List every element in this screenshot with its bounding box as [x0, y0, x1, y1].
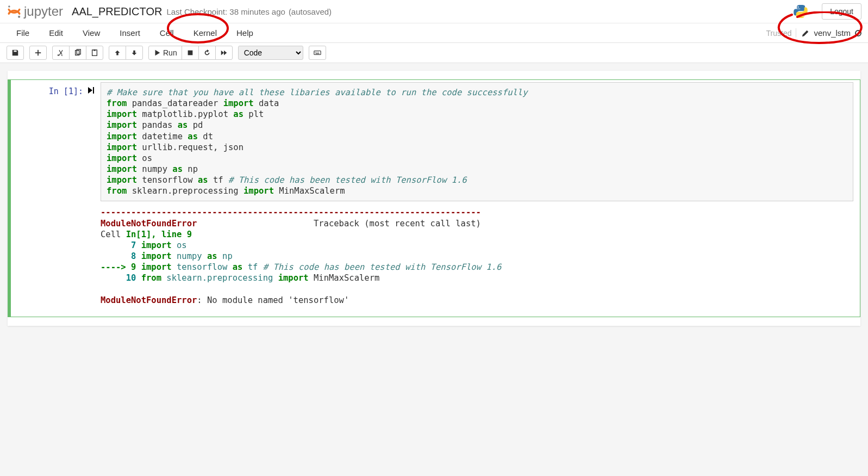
svg-point-1 — [18, 16, 20, 18]
menu-edit[interactable]: Edit — [39, 24, 73, 42]
svg-rect-11 — [315, 52, 315, 52]
restart-button[interactable] — [198, 46, 216, 60]
svg-rect-13 — [318, 52, 319, 52]
run-label: Run — [163, 48, 177, 57]
checkpoint-text: Last Checkpoint: 38 minutes ago — [166, 7, 285, 16]
arrow-up-icon — [114, 49, 121, 57]
prompt-area: In [1]: — [8, 82, 101, 314]
command-palette-button[interactable] — [309, 46, 326, 60]
stop-icon — [186, 49, 194, 57]
keyboard-icon — [314, 49, 321, 57]
jupyter-logo[interactable]: jupyter — [7, 4, 63, 19]
insert-cell-button[interactable] — [29, 46, 47, 60]
kernel-status-icon — [855, 30, 861, 36]
input-prompt: In [1]: — [49, 86, 83, 314]
save-button[interactable] — [7, 46, 24, 60]
menu-file[interactable]: File — [7, 24, 39, 42]
jupyter-icon — [7, 4, 22, 19]
run-button[interactable]: Run — [148, 46, 182, 60]
interrupt-button[interactable] — [182, 46, 199, 60]
svg-rect-10 — [314, 51, 321, 55]
kernel-indicator[interactable]: venv_lstm — [796, 28, 861, 38]
restart-run-all-button[interactable] — [215, 46, 233, 60]
svg-rect-15 — [93, 87, 94, 94]
cell-type-select[interactable]: Code — [238, 46, 303, 60]
restart-icon — [203, 49, 211, 57]
svg-point-0 — [8, 5, 10, 8]
arrow-down-icon — [130, 49, 138, 57]
menu-kernel[interactable]: Kernel — [184, 24, 227, 42]
notebook-container: In [1]: # Make sure that you have all th… — [8, 71, 860, 326]
svg-point-2 — [798, 7, 799, 8]
notebook-name[interactable]: AAL_PREDICTOR — [72, 5, 162, 18]
paste-button[interactable] — [86, 46, 103, 60]
cut-button[interactable] — [52, 46, 70, 60]
paste-icon — [91, 49, 98, 57]
move-down-button[interactable] — [126, 46, 143, 60]
svg-point-3 — [803, 15, 804, 16]
copy-icon — [74, 49, 82, 57]
save-icon — [11, 49, 19, 57]
toolbar: Run Code — [0, 43, 868, 63]
menu-cell[interactable]: Cell — [150, 24, 184, 42]
jupyter-brand-text: jupyter — [24, 4, 63, 19]
autosaved-text: (autosaved) — [289, 7, 332, 16]
fast-forward-icon — [220, 49, 228, 57]
trusted-indicator[interactable]: Trusted — [766, 29, 792, 38]
move-up-button[interactable] — [109, 46, 126, 60]
menu-view[interactable]: View — [73, 24, 110, 42]
header: jupyter AAL_PREDICTOR Last Checkpoint: 3… — [0, 0, 868, 23]
plus-icon — [34, 49, 42, 57]
menu-help[interactable]: Help — [227, 24, 263, 42]
run-cell-icon[interactable] — [88, 86, 94, 314]
code-cell[interactable]: In [1]: # Make sure that you have all th… — [8, 79, 860, 317]
svg-rect-14 — [315, 53, 319, 54]
cell-output: ----------------------------------------… — [101, 201, 853, 314]
svg-rect-12 — [316, 52, 317, 52]
cell-body: # Make sure that you have all these liba… — [101, 82, 860, 314]
svg-rect-9 — [188, 51, 192, 55]
scissors-icon — [57, 49, 65, 57]
copy-button[interactable] — [69, 46, 86, 60]
code-input[interactable]: # Make sure that you have all these liba… — [101, 82, 853, 201]
svg-rect-8 — [93, 50, 96, 51]
play-icon — [153, 49, 161, 57]
menu-insert[interactable]: Insert — [110, 24, 150, 42]
menubar: FileEditViewInsertCellKernelHelp Trusted… — [0, 23, 868, 43]
pencil-icon — [802, 29, 809, 37]
kernel-name: venv_lstm — [814, 28, 851, 38]
python-icon — [792, 3, 809, 20]
logout-button[interactable]: Logout — [822, 3, 861, 20]
